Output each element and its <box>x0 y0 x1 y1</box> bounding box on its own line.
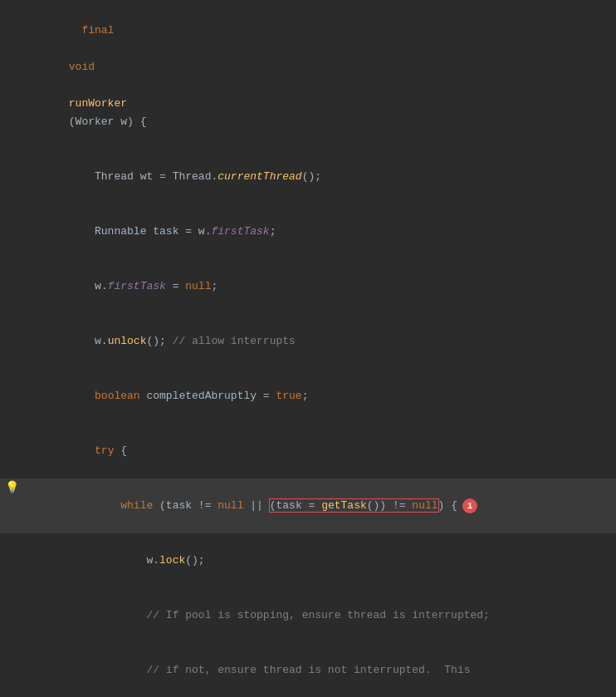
code-text-7: try { <box>23 424 616 479</box>
text <box>69 390 95 402</box>
badge-1: 1 <box>462 498 477 513</box>
text: (); <box>146 335 172 347</box>
code-line-5: w.unlock(); // allow interrupts <box>0 314 616 369</box>
text: w. <box>69 554 159 567</box>
code-line-11: // if not, ensure thread is not interrup… <box>0 643 616 697</box>
text: (task != <box>153 499 218 512</box>
kw-while: while <box>120 499 153 512</box>
comment-allow-interrupts: // allow interrupts <box>173 335 296 347</box>
field-firstTask2: firstTask <box>108 280 166 292</box>
gutter-8: 💡 <box>0 479 23 497</box>
text: Runnable task = w. <box>69 225 212 238</box>
code-line-6: boolean completedAbruptly = true; <box>0 369 616 424</box>
code-text-4: w.firstTask = null; <box>23 259 616 314</box>
kw-try-outer: try <box>95 444 114 457</box>
code-text-11: // if not, ensure thread is not interrup… <box>23 643 616 697</box>
code-line-9: w.lock(); <box>0 533 616 588</box>
code-text-2: Thread wt = Thread.currentThread(); <box>23 150 616 204</box>
text: { <box>114 444 127 457</box>
kw-null: null <box>185 280 211 292</box>
code-line-2: Thread wt = Thread.currentThread(); <box>0 150 616 204</box>
lightbulb-icon[interactable]: 💡 <box>5 479 19 497</box>
code-line-1: final void runWorker (Worker w) { <box>0 3 616 150</box>
code-line-3: Runnable task = w.firstTask; <box>0 204 616 259</box>
text: Thread wt = Thread. <box>69 170 218 183</box>
code-text-10: // If pool is stopping, ensure thread is… <box>23 588 616 643</box>
method-getTask: getTask <box>321 499 367 512</box>
code-line-10: // If pool is stopping, ensure thread is… <box>0 588 616 643</box>
kw-null-while: null <box>218 499 243 512</box>
text: ; <box>211 280 218 292</box>
code-text-9: w.lock(); <box>23 533 616 588</box>
text <box>69 444 95 457</box>
code-editor: final void runWorker (Worker w) { Thread… <box>0 0 616 697</box>
code-text-1: final void runWorker (Worker w) { <box>23 3 616 150</box>
kw-null-gettask: null <box>412 499 438 512</box>
code-text-3: Runnable task = w.firstTask; <box>23 204 616 259</box>
method-runWorker: runWorker <box>69 97 127 110</box>
method-unlock: unlock <box>108 335 147 347</box>
text: ) { <box>438 499 457 512</box>
code-line-4: w.firstTask = null; <box>0 259 616 314</box>
text: ; <box>270 225 276 238</box>
method-currentThread: currentThread <box>218 170 301 183</box>
kw-true: true <box>276 390 301 402</box>
comment-2: // if not, ensure thread is not interrup… <box>69 664 471 676</box>
comment-1: // If pool is stopping, ensure thread is… <box>69 609 490 621</box>
red-box-gettask: (task = getTask()) != null <box>270 499 438 512</box>
text: || <box>243 499 269 512</box>
keyword-void: void <box>69 61 95 73</box>
kw-boolean: boolean <box>95 390 140 402</box>
text: ; <box>302 390 309 402</box>
keyword-final: final <box>69 24 115 37</box>
text <box>69 499 120 512</box>
text: w. <box>69 335 108 347</box>
text: completedAbruptly = <box>140 390 276 402</box>
text: w. <box>69 280 108 292</box>
space <box>69 42 76 55</box>
method-lock: lock <box>159 554 185 567</box>
code-text-6: boolean completedAbruptly = true; <box>23 369 616 424</box>
text: = <box>166 280 185 292</box>
text: (); <box>302 170 321 183</box>
code-line-8: 💡 while (task != null || (task = getTask… <box>0 479 616 533</box>
params: (Worker w) { <box>69 115 147 128</box>
field-firstTask: firstTask <box>211 225 269 238</box>
code-text-5: w.unlock(); // allow interrupts <box>23 314 616 369</box>
text: (); <box>185 554 204 567</box>
code-line-7: try { <box>0 424 616 479</box>
code-text-8: while (task != null || (task = getTask()… <box>23 479 616 533</box>
space <box>69 79 76 91</box>
